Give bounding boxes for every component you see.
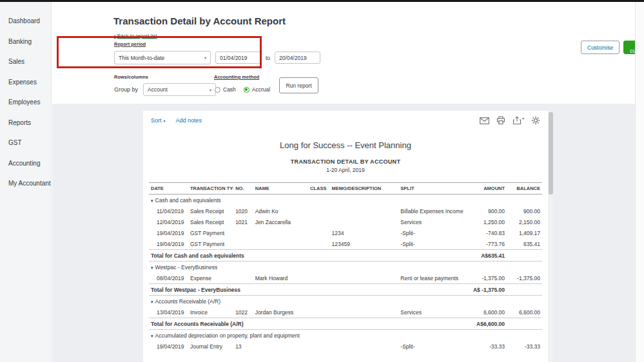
sidebar-item-label: Dashboard <box>8 17 40 24</box>
cell <box>308 227 330 238</box>
report-period-value: This Month-to-date <box>119 55 164 61</box>
cell: GST Payment <box>188 238 233 250</box>
sidebar-item[interactable]: Banking <box>0 32 51 52</box>
report-table: DATETRANSACTION TYPENO.NAMECLASSMEMO/DES… <box>149 182 542 352</box>
column-header[interactable]: NAME <box>253 183 308 195</box>
transaction-row[interactable]: 19/04/2019GST Payment1234-Split--740.831… <box>149 227 542 238</box>
collapse-section-icon[interactable]: ▾ <box>151 198 153 203</box>
collapse-section-icon[interactable]: ▾ <box>151 334 153 338</box>
sidebar-item[interactable]: Sales <box>0 52 51 72</box>
cell: 900.00 <box>463 205 507 216</box>
cell: -Split- <box>398 227 463 238</box>
run-report-button[interactable]: Run report <box>279 77 318 93</box>
cell <box>308 238 330 250</box>
transaction-row[interactable]: 13/04/2019Invoice1022Jordan BurgessServi… <box>149 307 542 318</box>
report-scrollbar-thumb[interactable] <box>549 112 553 195</box>
header-panel: Transaction Detail by Account Report ‹Ba… <box>52 2 644 104</box>
cell: Jen Zaccarella <box>253 216 308 227</box>
email-icon[interactable] <box>480 117 489 124</box>
column-header[interactable]: SPLIT <box>398 183 463 195</box>
sidebar-item-label: Expenses <box>8 79 37 86</box>
add-notes-link[interactable]: Add notes <box>176 117 202 124</box>
back-chevron-icon: ‹ <box>114 33 116 39</box>
column-header[interactable]: AMOUNT <box>463 183 507 195</box>
account-section-row[interactable]: ▾Accounts Receivable (A/R) <box>149 296 542 307</box>
sort-menu[interactable]: Sort ▾ <box>151 117 166 124</box>
total-row: Total for Cash and cash equivalentsA$635… <box>149 250 542 262</box>
back-to-report-list-link[interactable]: ‹Back to report list <box>114 33 157 39</box>
total-amount: A$635.41 <box>463 250 507 262</box>
total-row: Total for Accounts Receivable (A/R)A$6,6… <box>149 318 542 330</box>
total-label: Total for Accounts Receivable (A/R) <box>149 318 463 330</box>
cell: 11/04/2019 <box>149 205 188 216</box>
column-header[interactable]: DATE <box>149 183 188 195</box>
transaction-row[interactable]: 12/04/2019Sales Receipt1021Jen Zaccarell… <box>149 216 542 227</box>
sidebar-item[interactable]: Expenses <box>0 72 51 93</box>
sidebar-item-label: My Accountant <box>8 180 51 187</box>
report-toolbar: Sort ▾ Add notes ▾ <box>143 111 548 130</box>
report-period-label: Report period <box>114 41 146 47</box>
cell <box>308 341 330 352</box>
sidebar-item[interactable]: GST <box>0 133 51 153</box>
transaction-row[interactable]: 19/04/2019Journal Entry13-Split--33.33-3… <box>149 341 542 352</box>
account-section-row[interactable]: ▾Westpac - EveryBusiness <box>149 262 542 273</box>
cell: GST Payment <box>188 227 233 238</box>
sidebar-item[interactable]: My Accountant <box>0 173 51 194</box>
settings-gear-icon[interactable] <box>531 116 540 125</box>
cell <box>330 307 399 318</box>
cell: -773.76 <box>463 238 507 250</box>
print-icon[interactable] <box>496 116 505 125</box>
transaction-row[interactable]: 08/04/2019ExpenseMark HowardRent or leas… <box>149 272 542 284</box>
column-header[interactable]: MEMO/DESCRIPTION <box>330 183 399 195</box>
cell: 2,150.00 <box>507 216 542 227</box>
cell <box>308 272 330 284</box>
total-label: Total for Cash and cash equivalents <box>149 250 463 262</box>
cell: 6,600.00 <box>463 307 507 318</box>
collapse-section-icon[interactable]: ▾ <box>151 265 153 270</box>
cell: Sales Receipt <box>188 216 233 227</box>
sidebar-item-label: Accounting <box>8 160 40 167</box>
export-icon[interactable]: ▾ <box>512 116 524 125</box>
company-name: Long for Success -- Event Planning <box>143 140 548 150</box>
cell <box>330 216 399 227</box>
column-header[interactable]: NO. <box>233 183 253 195</box>
group-by-controls: Group by Account ▾ <box>114 83 216 96</box>
accrual-radio[interactable]: Accrual <box>244 86 270 93</box>
report-table-body: ▾Cash and cash equivalents11/04/2019Sale… <box>149 195 542 352</box>
column-header[interactable]: CLASS <box>308 183 330 195</box>
cell: 635.41 <box>507 238 542 250</box>
column-header[interactable]: BALANCE <box>507 183 542 195</box>
sidebar: Dashboard Banking Sales Expenses Employe… <box>0 2 52 362</box>
cell: -1,375.00 <box>463 272 507 284</box>
group-by-select[interactable]: Account ▾ <box>143 83 216 96</box>
sidebar-item-label: Employees <box>8 99 40 106</box>
page-scrollbar[interactable] <box>635 2 644 362</box>
cell: 13/04/2019 <box>149 307 188 318</box>
cash-radio[interactable]: Cash <box>215 86 236 93</box>
cell: Mark Howard <box>253 272 308 284</box>
report-scrollbar-track[interactable] <box>549 111 553 362</box>
column-header[interactable]: TRANSACTION TYPE <box>188 183 233 195</box>
report-title: TRANSACTION DETAIL BY ACCOUNT <box>143 158 548 165</box>
total-balance <box>507 250 542 262</box>
account-section-row[interactable]: ▾Accumulated depreciation on property, p… <box>149 330 542 341</box>
chevron-down-icon: ▾ <box>522 116 524 120</box>
sidebar-item[interactable]: Reports <box>0 113 51 133</box>
collapse-section-icon[interactable]: ▾ <box>151 300 153 304</box>
transaction-row[interactable]: 11/04/2019Sales Receipt1020Adwin KoBilla… <box>149 205 542 216</box>
cell: Services <box>398 216 463 227</box>
customise-button[interactable]: Customise <box>581 41 620 54</box>
sidebar-item[interactable]: Employees <box>0 92 51 113</box>
sidebar-item[interactable]: Accounting <box>0 153 51 174</box>
cell: Adwin Ko <box>253 205 308 216</box>
date-from-input[interactable] <box>215 52 261 64</box>
cell: Sales Receipt <box>188 205 233 216</box>
cell: -740.83 <box>463 227 507 238</box>
transaction-row[interactable]: 19/04/2019GST Payment123459-Split--773.7… <box>149 238 542 250</box>
sidebar-item[interactable]: Dashboard <box>0 11 51 32</box>
report-period-select[interactable]: This Month-to-date ▾ <box>114 51 211 64</box>
group-by-label: Group by <box>114 86 138 93</box>
date-to-input[interactable] <box>275 52 320 64</box>
accrual-radio-label: Accrual <box>252 86 270 93</box>
account-section-row[interactable]: ▾Cash and cash equivalents <box>149 195 542 206</box>
